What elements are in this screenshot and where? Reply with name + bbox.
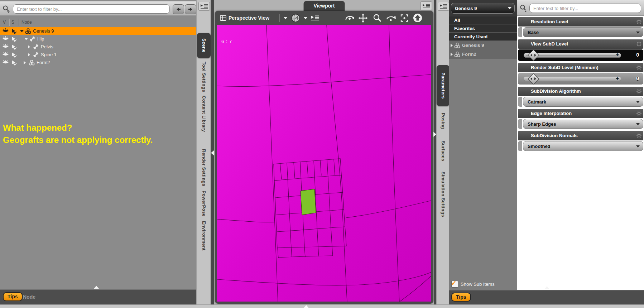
collapse-right-arrow-icon[interactable] — [433, 132, 436, 137]
params-filter-toolbar — [517, 0, 644, 16]
visibility-eye-icon[interactable] — [2, 52, 9, 57]
scroll-up-arrow-icon[interactable] — [544, 286, 549, 289]
subdivision-algorithm-dropdown[interactable]: Catmark — [523, 97, 643, 107]
draw-style-globe-icon[interactable] — [291, 13, 301, 23]
scene-node-spine1[interactable]: Spine 1 — [0, 51, 196, 59]
slider-handle[interactable] — [529, 50, 538, 60]
param-node-genesis9[interactable]: Genesis 9 — [449, 41, 517, 50]
viewport-tab[interactable]: Viewport — [304, 1, 345, 11]
expand-caret[interactable] — [28, 45, 30, 49]
tips-button[interactable]: Tips — [3, 292, 23, 301]
param-drag-stub[interactable] — [518, 119, 522, 129]
expand-caret[interactable] — [20, 30, 24, 32]
rotate-tool-icon[interactable] — [385, 14, 396, 23]
gear-icon[interactable] — [636, 88, 642, 96]
pane-list-icon[interactable] — [311, 15, 319, 21]
tab-powerpose[interactable]: PowerPose — [198, 190, 210, 217]
column-divider — [9, 19, 10, 26]
visibility-eye-icon[interactable] — [2, 28, 9, 33]
visibility-eye-icon[interactable] — [2, 60, 9, 64]
selectable-cursor-icon[interactable] — [11, 44, 17, 50]
show-sub-items-row[interactable]: ✓ Show Sub Items — [449, 280, 517, 289]
param-drag-stub[interactable] — [518, 141, 522, 151]
filter-back-button[interactable] — [173, 4, 184, 14]
selectable-cursor-icon[interactable] — [11, 60, 17, 66]
scene-node-hip[interactable]: Hip — [0, 35, 196, 43]
param-drag-stub[interactable] — [518, 97, 522, 107]
orbit-tool-icon[interactable] — [345, 14, 355, 23]
pane-menu-icon[interactable] — [198, 2, 210, 11]
slider-handle[interactable] — [529, 74, 538, 83]
filter-forward-button[interactable] — [185, 4, 196, 14]
tab-posing[interactable]: Posing — [437, 110, 449, 133]
home-view-icon[interactable] — [413, 13, 423, 23]
param-node-form2[interactable]: Form2 — [449, 50, 517, 59]
style-dropdown-caret[interactable] — [304, 17, 307, 19]
collapse-left-arrow-icon[interactable] — [211, 150, 214, 155]
search-icon[interactable] — [519, 4, 528, 14]
left-splitter[interactable] — [211, 0, 214, 304]
tab-content-library[interactable]: Content Library — [198, 95, 210, 133]
tab-surfaces[interactable]: Surfaces — [437, 138, 449, 165]
view-dropdown-caret[interactable] — [284, 17, 287, 19]
params-filter-input[interactable] — [529, 4, 641, 13]
zoom-tool-icon[interactable] — [373, 13, 382, 23]
slider-value[interactable]: 0 — [636, 76, 639, 81]
edge-interpolation-dropdown[interactable]: Sharp Edges — [523, 119, 643, 129]
expand-caret[interactable] — [24, 38, 28, 40]
slider-value[interactable]: 0 — [636, 52, 639, 58]
selectable-cursor-icon[interactable] — [11, 36, 17, 42]
gear-icon[interactable] — [636, 19, 642, 26]
column-divider — [19, 19, 19, 26]
param-filter-favorites[interactable]: Favorites — [449, 25, 517, 33]
scene-filter-input[interactable] — [13, 4, 170, 14]
slider-nudge-plus[interactable]: + — [616, 75, 619, 82]
scene-node-genesis9[interactable]: Genesis 9 — [0, 27, 196, 35]
tab-render-settings[interactable]: Render Settings — [198, 149, 210, 187]
geograft-quad[interactable] — [301, 189, 316, 215]
bone-icon — [33, 52, 39, 58]
frame-tool-icon[interactable] — [400, 14, 409, 23]
expand-up-arrow-icon[interactable] — [304, 305, 309, 308]
visibility-eye-icon[interactable] — [2, 36, 9, 41]
search-icon[interactable] — [2, 5, 11, 15]
selectable-cursor-icon[interactable] — [11, 28, 17, 34]
view-mode-label[interactable]: Perspective View — [229, 11, 269, 25]
scene-node-selector[interactable]: Genesis 9 — [451, 3, 515, 14]
tab-scene[interactable]: Scene — [197, 33, 211, 58]
expand-caret[interactable] — [28, 53, 30, 57]
param-drag-stub[interactable] — [518, 27, 522, 37]
dropdown-value: Sharp Edges — [528, 121, 556, 127]
gear-icon[interactable] — [636, 111, 642, 118]
tips-button[interactable]: Tips — [451, 293, 471, 302]
expand-caret[interactable] — [451, 44, 453, 47]
visibility-eye-icon[interactable] — [2, 44, 9, 49]
gear-icon[interactable] — [636, 65, 642, 72]
render-subd-level-slider[interactable]: + 0 — [518, 73, 643, 85]
pan-tool-icon[interactable] — [358, 13, 368, 23]
gear-icon[interactable] — [636, 133, 642, 140]
show-sub-items-checkbox[interactable]: ✓ — [451, 281, 458, 288]
tab-tool-settings[interactable]: Tool Settings — [198, 60, 210, 94]
resolution-level-dropdown[interactable]: Base — [523, 27, 643, 37]
scroll-up-arrow-icon[interactable] — [94, 286, 99, 289]
expand-caret[interactable] — [24, 61, 26, 64]
subdivision-normals-dropdown[interactable]: Smoothed — [523, 141, 643, 151]
pane-menu-icon[interactable] — [438, 2, 449, 11]
scene-node-pelvis[interactable]: Pelvis — [0, 43, 196, 51]
param-filter-all[interactable]: All — [449, 16, 517, 24]
pane-menu-icon[interactable] — [420, 1, 432, 10]
selectable-cursor-icon[interactable] — [11, 52, 17, 58]
tab-parameters[interactable]: Parameters — [437, 65, 450, 106]
tab-environment[interactable]: Environment — [198, 220, 210, 251]
param-filter-currently-used[interactable]: Currently Used — [449, 33, 517, 41]
toolbar-divider — [279, 14, 280, 22]
view-subd-level-slider[interactable]: + 0 — [518, 49, 643, 61]
tab-simulation-settings[interactable]: Simulation Settings — [437, 169, 449, 220]
view-grid-icon[interactable] — [220, 15, 226, 21]
viewport-canvas[interactable]: 6 : 7 — [217, 25, 431, 302]
slider-nudge-plus[interactable]: + — [616, 52, 619, 58]
gear-icon[interactable] — [636, 41, 642, 48]
expand-caret[interactable] — [451, 53, 453, 56]
scene-node-form2[interactable]: Form2 — [0, 59, 196, 67]
